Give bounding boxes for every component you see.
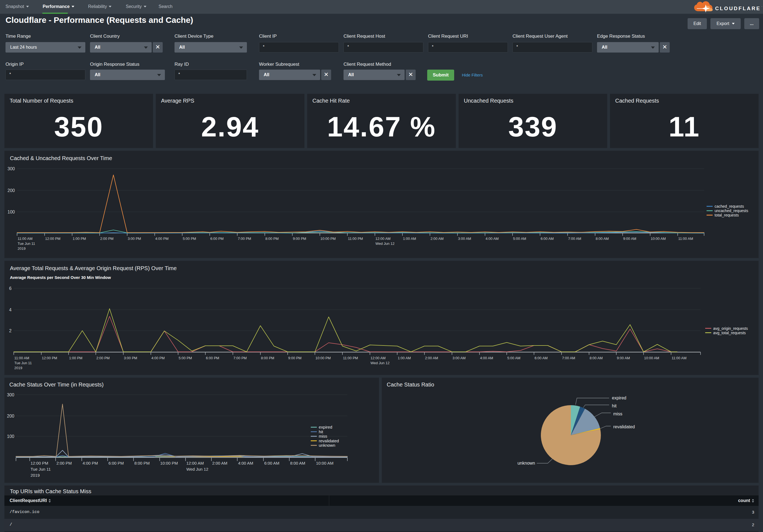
- svg-text:Tue Jun 11: Tue Jun 11: [14, 361, 32, 365]
- svg-text:10:00 AM: 10:00 AM: [316, 461, 333, 466]
- svg-text:expired: expired: [319, 425, 332, 429]
- svg-text:8:00 PM: 8:00 PM: [261, 356, 274, 360]
- svg-text:8:00 PM: 8:00 PM: [134, 461, 150, 466]
- svg-text:11:00 PM: 11:00 PM: [343, 356, 358, 360]
- svg-text:2:00 AM: 2:00 AM: [212, 461, 227, 466]
- svg-text:Wed Jun 12: Wed Jun 12: [376, 241, 394, 246]
- svg-text:8:00 PM: 8:00 PM: [265, 236, 278, 241]
- svg-text:2019: 2019: [18, 246, 26, 251]
- svg-text:uncached_requests: uncached_requests: [714, 209, 748, 213]
- svg-text:4:00 AM: 4:00 AM: [486, 236, 499, 241]
- svg-text:2019: 2019: [14, 366, 22, 370]
- svg-text:1:00 PM: 1:00 PM: [69, 356, 82, 360]
- svg-text:6:00 PM: 6:00 PM: [108, 461, 124, 466]
- svg-text:6:00 PM: 6:00 PM: [206, 356, 219, 360]
- svg-text:5:00 PM: 5:00 PM: [183, 236, 196, 241]
- svg-text:4:00 AM: 4:00 AM: [238, 461, 253, 466]
- svg-text:11:00 PM: 11:00 PM: [348, 236, 363, 241]
- svg-text:6:00 PM: 6:00 PM: [210, 236, 224, 241]
- svg-text:12:00 AM: 12:00 AM: [186, 461, 204, 466]
- svg-text:11:00 AM: 11:00 AM: [18, 236, 33, 241]
- svg-text:2: 2: [9, 328, 12, 333]
- svg-text:7:00 AM: 7:00 AM: [568, 236, 581, 241]
- svg-text:expired: expired: [612, 396, 626, 400]
- svg-text:2:00 PM: 2:00 PM: [96, 356, 110, 360]
- svg-text:10:00 PM: 10:00 PM: [315, 356, 331, 360]
- svg-text:11:00 AM: 11:00 AM: [678, 236, 693, 241]
- svg-text:miss: miss: [613, 411, 622, 416]
- svg-text:hit: hit: [612, 403, 616, 408]
- svg-text:7:00 AM: 7:00 AM: [562, 356, 575, 360]
- svg-text:Tue Jun 11: Tue Jun 11: [31, 467, 51, 472]
- svg-text:revalidated: revalidated: [319, 438, 339, 443]
- svg-text:hit: hit: [319, 429, 323, 434]
- svg-text:10:00 PM: 10:00 PM: [160, 461, 178, 466]
- svg-text:300: 300: [7, 166, 15, 171]
- svg-text:10:00 AM: 10:00 AM: [651, 236, 666, 241]
- svg-text:100: 100: [7, 434, 14, 439]
- svg-text:1:00 PM: 1:00 PM: [73, 236, 86, 241]
- svg-text:1:00 AM: 1:00 AM: [403, 236, 416, 241]
- svg-text:4:00 PM: 4:00 PM: [155, 236, 168, 241]
- svg-text:revalidated: revalidated: [613, 424, 635, 429]
- svg-text:8:00 AM: 8:00 AM: [596, 236, 609, 241]
- svg-text:12:00 PM: 12:00 PM: [42, 356, 57, 360]
- svg-text:Tue Jun 11: Tue Jun 11: [18, 241, 35, 246]
- svg-text:9:00 AM: 9:00 AM: [617, 356, 630, 360]
- svg-text:4:00 PM: 4:00 PM: [82, 461, 98, 466]
- svg-text:7:00 PM: 7:00 PM: [233, 356, 247, 360]
- svg-text:12:00 AM: 12:00 AM: [371, 356, 385, 360]
- svg-text:10:00 AM: 10:00 AM: [644, 356, 659, 360]
- svg-text:5:00 AM: 5:00 AM: [513, 236, 526, 241]
- svg-text:5:00 PM: 5:00 PM: [179, 356, 192, 360]
- svg-text:3:00 AM: 3:00 AM: [458, 236, 471, 241]
- svg-text:200: 200: [7, 414, 14, 418]
- svg-text:Wed Jun 12: Wed Jun 12: [371, 361, 389, 365]
- svg-text:10:00 PM: 10:00 PM: [320, 236, 336, 241]
- svg-text:avg_origin_requests: avg_origin_requests: [713, 326, 748, 331]
- svg-text:100: 100: [7, 210, 15, 214]
- svg-text:300: 300: [7, 393, 14, 397]
- svg-text:total_requests: total_requests: [714, 213, 739, 217]
- svg-text:12:00 PM: 12:00 PM: [31, 461, 48, 466]
- svg-text:cached_requests: cached_requests: [714, 204, 744, 209]
- svg-text:6:00 AM: 6:00 AM: [541, 236, 554, 241]
- svg-text:5:00 AM: 5:00 AM: [507, 356, 520, 360]
- svg-text:2:00 AM: 2:00 AM: [425, 356, 438, 360]
- svg-text:4: 4: [9, 308, 12, 312]
- svg-text:9:00 PM: 9:00 PM: [293, 236, 306, 241]
- svg-text:6:00 AM: 6:00 AM: [535, 356, 548, 360]
- svg-text:6:00 AM: 6:00 AM: [264, 461, 279, 466]
- svg-text:11:00 AM: 11:00 AM: [14, 356, 29, 360]
- svg-text:9:00 AM: 9:00 AM: [623, 236, 636, 241]
- svg-text:11:00 AM: 11:00 AM: [672, 356, 687, 360]
- svg-text:unknown: unknown: [319, 443, 335, 448]
- svg-text:miss: miss: [319, 434, 327, 438]
- svg-text:3:00 PM: 3:00 PM: [128, 236, 141, 241]
- svg-text:7:00 PM: 7:00 PM: [238, 236, 251, 241]
- svg-text:1:00 AM: 1:00 AM: [398, 356, 411, 360]
- svg-text:2:00 PM: 2:00 PM: [56, 461, 72, 466]
- svg-text:4:00 AM: 4:00 AM: [480, 356, 493, 360]
- svg-text:3:00 AM: 3:00 AM: [453, 356, 466, 360]
- svg-text:2:00 PM: 2:00 PM: [100, 236, 113, 241]
- svg-text:12:00 AM: 12:00 AM: [376, 236, 390, 241]
- svg-text:12:00 PM: 12:00 PM: [45, 236, 60, 241]
- svg-text:unknown: unknown: [517, 461, 535, 466]
- svg-text:6: 6: [9, 286, 12, 291]
- svg-text:avg_total_requests: avg_total_requests: [713, 331, 746, 335]
- svg-text:200: 200: [7, 188, 15, 193]
- svg-text:8:00 AM: 8:00 AM: [590, 356, 603, 360]
- svg-text:2019: 2019: [31, 473, 40, 478]
- svg-text:8:00 AM: 8:00 AM: [290, 461, 305, 466]
- svg-text:2:00 AM: 2:00 AM: [430, 236, 444, 241]
- svg-text:4:00 PM: 4:00 PM: [152, 356, 164, 360]
- svg-text:3:00 PM: 3:00 PM: [124, 356, 137, 360]
- svg-text:Wed Jun 12: Wed Jun 12: [186, 467, 208, 472]
- svg-text:9:00 PM: 9:00 PM: [288, 356, 301, 360]
